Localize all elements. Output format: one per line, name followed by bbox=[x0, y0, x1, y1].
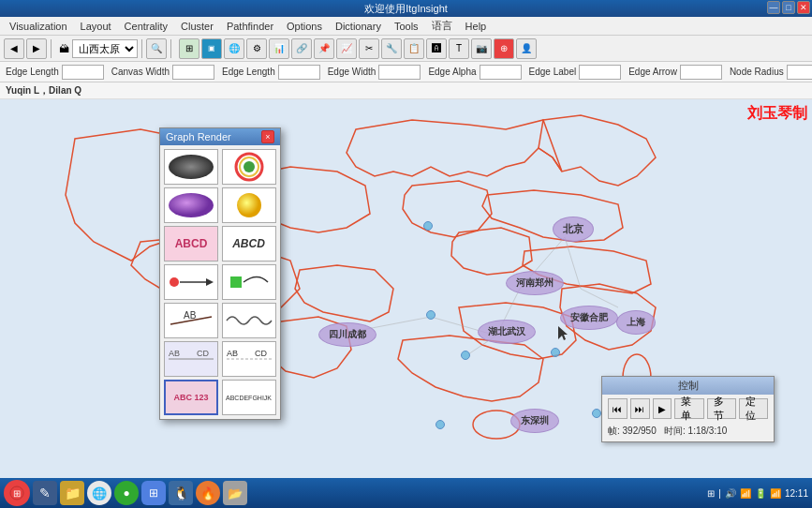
graph-render-body: ABCD ABCD bbox=[160, 145, 280, 419]
render-red-dot-line[interactable] bbox=[164, 264, 218, 300]
node-shanghai[interactable]: 上海 bbox=[616, 310, 656, 335]
toolbar-icon-5[interactable]: 📊 bbox=[269, 38, 289, 59]
render-abc123[interactable]: ABC 123 bbox=[164, 380, 218, 415]
param-edge-label-input[interactable] bbox=[579, 65, 621, 80]
render-abc-outline[interactable]: ABCDEFGHIJK bbox=[222, 380, 276, 415]
render-dark-ellipse[interactable] bbox=[164, 149, 218, 185]
toolbar-icon-8[interactable]: 📈 bbox=[336, 38, 357, 59]
control-play-button[interactable]: ▶ bbox=[653, 398, 672, 419]
toolbar-icon-2[interactable]: ▣ bbox=[201, 38, 222, 59]
control-time-info: 时间: 1:18/3:10 bbox=[664, 426, 727, 436]
toolbar-back-button[interactable]: ◀ bbox=[4, 38, 24, 59]
menu-layout[interactable]: Layout bbox=[75, 19, 117, 34]
render-ab-cd[interactable]: AB CD bbox=[164, 341, 218, 377]
node-dot-2 bbox=[461, 351, 470, 360]
menu-help[interactable]: Help bbox=[460, 19, 493, 34]
toolbar-icon-11[interactable]: 📋 bbox=[404, 38, 424, 59]
param-edge-arrow-input[interactable] bbox=[680, 65, 722, 80]
param-canvas-input[interactable] bbox=[172, 65, 214, 80]
render-ab-line[interactable]: AB bbox=[164, 303, 218, 338]
param-edge-length: Edge Length bbox=[222, 65, 320, 80]
toolbar-icon-9[interactable]: ✂ bbox=[359, 38, 379, 59]
taskbar-volume-icon[interactable]: 🔊 bbox=[725, 488, 736, 499]
render-green-square[interactable] bbox=[222, 264, 276, 300]
taskbar-fire-button[interactable]: 🔥 bbox=[196, 481, 220, 505]
param-edge-alpha-input[interactable] bbox=[480, 65, 522, 80]
render-abcd-outline[interactable]: ABCD bbox=[222, 226, 276, 261]
toolbar-icon-4[interactable]: ⚙ bbox=[246, 38, 267, 59]
node-hubei[interactable]: 湖北武汉 bbox=[478, 320, 536, 344]
param-edge-width: Edge Width bbox=[328, 65, 421, 80]
menu-visualization[interactable]: Visualization bbox=[4, 19, 73, 34]
param-node-radius-input[interactable] bbox=[787, 65, 812, 80]
control-menu-button[interactable]: 菜单 bbox=[674, 398, 703, 419]
menu-options[interactable]: Options bbox=[281, 19, 328, 34]
control-locate-button[interactable]: 定位 bbox=[739, 398, 768, 419]
menu-dictionary[interactable]: Dictionary bbox=[330, 19, 387, 34]
param-length-input[interactable] bbox=[62, 65, 104, 80]
node-anhui[interactable]: 安徽合肥 bbox=[560, 306, 618, 330]
menu-centrality[interactable]: Centrality bbox=[119, 19, 173, 34]
control-next-frame-button[interactable]: ⏭ bbox=[630, 398, 650, 419]
minimize-button[interactable]: — bbox=[767, 1, 780, 14]
render-abcd-pink[interactable]: ABCD bbox=[164, 226, 218, 261]
author-text: Yuqin L，Dilan Q bbox=[6, 84, 81, 97]
control-multi-button[interactable]: 多节 bbox=[707, 398, 736, 419]
render-ab-cd-outline[interactable]: AB CD bbox=[222, 341, 276, 377]
location-select[interactable]: 山西太原 bbox=[72, 39, 138, 58]
toolbar-icon-3[interactable]: 🌐 bbox=[224, 38, 244, 59]
toolbar-icon-13[interactable]: T bbox=[449, 38, 469, 59]
control-prev-frame-button[interactable]: ⏮ bbox=[608, 398, 627, 419]
toolbar-icon-12[interactable]: 🅰 bbox=[426, 38, 447, 59]
toolbar-icon-1[interactable]: ⊞ bbox=[179, 38, 199, 59]
graph-render-close-button[interactable]: × bbox=[261, 130, 274, 143]
taskbar-green-button[interactable]: ● bbox=[114, 481, 139, 505]
toolbar-forward-button[interactable]: ▶ bbox=[26, 38, 47, 59]
taskbar-browser-button[interactable]: 🌐 bbox=[87, 481, 111, 505]
render-yellow-circle[interactable] bbox=[222, 187, 276, 223]
search-button[interactable]: 🔍 bbox=[146, 38, 167, 59]
taskbar-start-button[interactable]: ⊞ bbox=[4, 480, 30, 506]
render-purple-ellipse[interactable] bbox=[164, 187, 218, 223]
taskbar-penguin-button[interactable]: 🐧 bbox=[169, 481, 193, 505]
taskbar-puzzle-button[interactable]: ⊞ bbox=[141, 481, 166, 505]
node-shenzhen[interactable]: 东深圳 bbox=[510, 409, 559, 433]
toolbar-icons: ⊞ ▣ 🌐 ⚙ 📊 🔗 📌 📈 ✂ 🔧 📋 🅰 T 📷 ⊕ 👤 bbox=[179, 38, 537, 59]
svg-text:CD: CD bbox=[255, 349, 267, 358]
toolbar-icon-15[interactable]: ⊕ bbox=[494, 38, 514, 59]
node-henan[interactable]: 河南郑州 bbox=[506, 271, 564, 295]
toolbar-icon-6[interactable]: 🔗 bbox=[291, 38, 312, 59]
toolbar-location: 🏔 山西太原 bbox=[59, 39, 138, 58]
menu-tools[interactable]: Tools bbox=[389, 19, 424, 34]
param-edge-length-input[interactable] bbox=[278, 65, 320, 80]
param-edge-width-input[interactable] bbox=[378, 65, 421, 80]
render-wave-line[interactable] bbox=[222, 303, 276, 338]
param-edge-width-label: Edge Width bbox=[328, 67, 376, 77]
menu-cluster[interactable]: Cluster bbox=[175, 19, 219, 34]
node-dot-6 bbox=[436, 420, 445, 429]
toolbar-icon-10[interactable]: 🔧 bbox=[381, 38, 402, 59]
taskbar-separator: | bbox=[718, 488, 721, 499]
control-panel-header: 控制 bbox=[602, 377, 774, 395]
watermark: 刘玉琴制 bbox=[747, 104, 807, 124]
toolbar-separator-2 bbox=[141, 39, 142, 58]
render-colored-rings[interactable] bbox=[222, 149, 276, 185]
toolbar-icon-16[interactable]: 👤 bbox=[516, 38, 537, 59]
toolbar-icon-14[interactable]: 📷 bbox=[471, 38, 492, 59]
taskbar-feather-button[interactable]: ✎ bbox=[33, 481, 57, 505]
close-button[interactable]: ✕ bbox=[797, 1, 810, 14]
taskbar-folder2-button[interactable]: 📂 bbox=[223, 481, 247, 505]
taskbar-folder-button[interactable]: 📁 bbox=[60, 481, 84, 505]
toolbar-icon-7[interactable]: 📌 bbox=[314, 38, 334, 59]
toolbar-separator-1 bbox=[51, 39, 52, 58]
maximize-button[interactable]: □ bbox=[782, 1, 795, 14]
graph-render-header[interactable]: Graph Render × bbox=[160, 128, 280, 145]
menu-language[interactable]: 语言 bbox=[426, 17, 458, 35]
param-canvas-label: Canvas Width bbox=[111, 67, 170, 77]
node-beijing[interactable]: 北京 bbox=[553, 217, 594, 242]
node-sichuan[interactable]: 四川成都 bbox=[318, 322, 376, 347]
control-frame-info: 帧: 392/950 bbox=[608, 426, 657, 436]
svg-line-5 bbox=[581, 289, 618, 307]
node-dot-4 bbox=[423, 221, 433, 231]
menu-pathfinder[interactable]: Pathfinder bbox=[221, 19, 279, 34]
